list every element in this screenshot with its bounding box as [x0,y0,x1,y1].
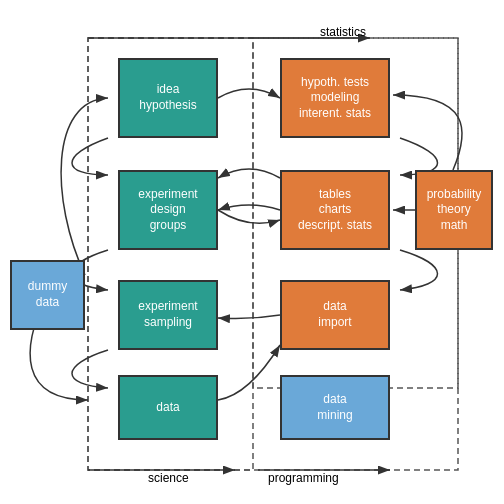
box-dummy-data: dummy data [10,260,85,330]
box-data: data [118,375,218,440]
box-probability: probability theory math [415,170,493,250]
label-programming: programming [268,471,339,485]
box-data-mining: data mining [280,375,390,440]
box-experiment-sampling: experiment sampling [118,280,218,350]
box-hypoth-tests: hypoth. tests modeling interent. stats [280,58,390,138]
box-idea: idea hypothesis [118,58,218,138]
label-science: science [148,471,189,485]
label-statistics: statistics [320,25,366,39]
box-tables: tables charts descript. stats [280,170,390,250]
box-data-import: data import [280,280,390,350]
box-experiment-design: experiment design groups [118,170,218,250]
diagram-container: statistics science programming idea hypo… [0,0,504,504]
